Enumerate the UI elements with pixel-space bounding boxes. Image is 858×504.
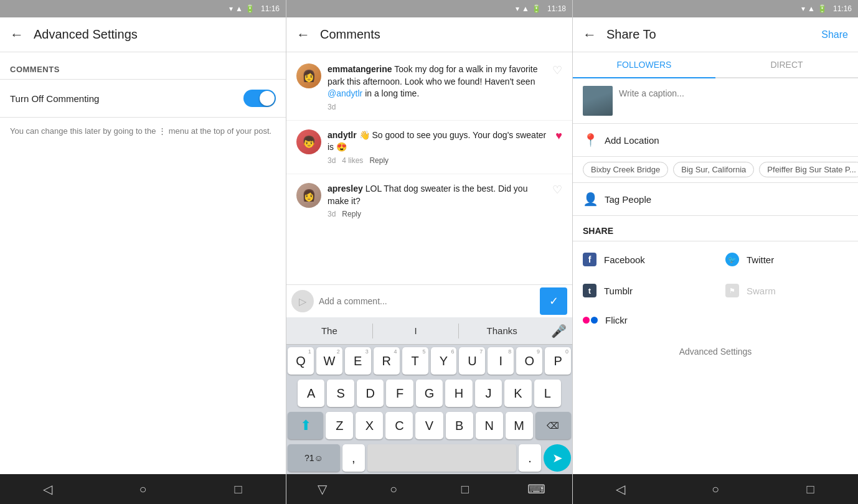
key-g[interactable]: G — [416, 380, 443, 407]
key-y[interactable]: 6Y — [431, 347, 457, 375]
reply-button-3[interactable]: Reply — [342, 210, 361, 218]
key-q[interactable]: 1Q — [288, 347, 314, 375]
time-display-1: 11:16 — [261, 4, 280, 13]
suggestion-the[interactable]: The — [286, 320, 372, 341]
key-l[interactable]: L — [534, 380, 561, 407]
return-key[interactable]: ➤ — [544, 444, 571, 472]
key-o[interactable]: 9O — [516, 347, 542, 375]
facebook-label: Facebook — [604, 254, 645, 265]
key-n[interactable]: N — [476, 412, 503, 439]
chip-bigsur[interactable]: Big Sur, California — [673, 162, 754, 177]
recents-nav-2[interactable]: □ — [453, 477, 478, 502]
key-b[interactable]: B — [446, 412, 473, 439]
caption-input[interactable] — [619, 86, 848, 98]
comment-text-1: emmatangerine Took my dog for a walk in … — [328, 63, 546, 100]
nav-bar-3: ◁ ○ □ — [573, 474, 858, 504]
comment-time-3: 3d — [328, 210, 336, 218]
advanced-settings-link[interactable]: Advanced Settings — [573, 337, 858, 366]
back-button-2[interactable]: ← — [296, 27, 310, 43]
key-p[interactable]: 0P — [545, 347, 571, 375]
space-key[interactable] — [367, 444, 516, 472]
key-z[interactable]: Z — [326, 412, 353, 439]
shift-key[interactable]: ⬆ — [288, 412, 323, 439]
comma-key[interactable]: , — [342, 444, 365, 472]
key-v[interactable]: V — [415, 412, 443, 439]
comment-body-2: andytlr 👋 So good to see you guys. Your … — [328, 129, 549, 165]
checkmark-icon: ✓ — [549, 294, 559, 308]
key-w[interactable]: 2W — [316, 347, 342, 375]
comment-username-2[interactable]: andytlr — [328, 130, 357, 140]
key-d[interactable]: D — [357, 380, 384, 407]
keyboard-nav[interactable]: ⌨ — [524, 477, 549, 502]
comment-time-1: 3d — [328, 103, 336, 111]
send-comment-button[interactable]: ✓ — [540, 287, 567, 315]
back-nav-3[interactable]: ◁ — [608, 477, 633, 502]
share-flickr[interactable]: Flickr — [573, 306, 715, 334]
like-button-2[interactable]: ♥ — [555, 129, 562, 142]
suggestion-thanks[interactable]: Thanks — [459, 320, 545, 341]
add-comment-input[interactable] — [319, 296, 540, 306]
comment-divider-1 — [286, 120, 572, 121]
location-icon: 📍 — [583, 133, 598, 147]
tag-people-row[interactable]: 👤 Tag People — [573, 183, 858, 216]
reply-button-2[interactable]: Reply — [369, 156, 389, 165]
flickr-icon — [583, 317, 598, 324]
mention-andytlr[interactable]: @andytlr — [328, 88, 362, 98]
key-k[interactable]: K — [504, 380, 531, 407]
comment-username-3[interactable]: apresley — [328, 184, 363, 194]
comment-username-1[interactable]: emmatangerine — [328, 64, 392, 74]
share-button[interactable]: Share — [821, 29, 848, 40]
key-h[interactable]: H — [445, 380, 472, 407]
mic-button[interactable]: 🎤 — [545, 324, 572, 338]
share-tumblr[interactable]: t Tumblr — [573, 275, 715, 306]
comment-item-3: 👩 apresley LOL That dog sweater is the b… — [286, 177, 572, 225]
key-i[interactable]: 8I — [488, 347, 514, 375]
key-s[interactable]: S — [327, 380, 354, 407]
key-t[interactable]: 5T — [402, 347, 428, 375]
key-m[interactable]: M — [506, 412, 533, 439]
recents-nav-3[interactable]: □ — [798, 477, 823, 502]
home-nav-2[interactable]: ○ — [381, 477, 406, 502]
key-r[interactable]: 4R — [374, 347, 400, 375]
key-j[interactable]: J — [475, 380, 502, 407]
chip-bixby[interactable]: Bixby Creek Bridge — [583, 162, 668, 177]
like-button-1[interactable]: ♡ — [552, 63, 562, 77]
key-x[interactable]: X — [356, 412, 383, 439]
symbols-key[interactable]: ?1☺ — [288, 444, 340, 472]
facebook-icon: f — [583, 253, 596, 266]
key-e[interactable]: 3E — [345, 347, 371, 375]
back-button-3[interactable]: ← — [583, 27, 596, 43]
key-a[interactable]: A — [298, 380, 324, 407]
tumblr-icon: t — [583, 284, 596, 297]
home-nav-3[interactable]: ○ — [703, 477, 728, 502]
page-title-2: Comments — [320, 27, 562, 42]
share-facebook[interactable]: f Facebook — [573, 244, 715, 275]
key-f[interactable]: F — [386, 380, 413, 407]
avatar-emmatangerine[interactable]: 👩 — [296, 63, 321, 88]
commenting-toggle[interactable] — [243, 90, 276, 107]
back-button-1[interactable]: ← — [10, 27, 24, 43]
share-swarm[interactable]: ⚑ Swarm — [715, 275, 858, 306]
back-nav-1[interactable]: ◁ — [35, 477, 60, 502]
period-key[interactable]: . — [519, 444, 541, 472]
chip-pfeiffer[interactable]: Pfeiffer Big Sur State P... — [759, 162, 858, 177]
top-bar-2: ← Comments — [286, 17, 572, 52]
tag-icon: 👤 — [583, 192, 598, 207]
tab-followers[interactable]: FOLLOWERS — [573, 52, 715, 78]
back-nav-2[interactable]: ▽ — [309, 477, 334, 502]
add-location-row[interactable]: 📍 Add Location — [573, 124, 858, 157]
share-twitter[interactable]: 🐦 Twitter — [715, 244, 858, 275]
key-c[interactable]: C — [385, 412, 413, 439]
like-button-3[interactable]: ♡ — [552, 183, 562, 197]
wifi-icon-3: ▾ — [801, 4, 805, 13]
avatar-andytlr[interactable]: 👦 — [296, 129, 321, 154]
recents-nav-1[interactable]: □ — [226, 477, 251, 502]
home-nav-1[interactable]: ○ — [131, 477, 156, 502]
key-u[interactable]: 7U — [459, 347, 485, 375]
suggestion-i[interactable]: I — [373, 320, 459, 341]
avatar-apresley[interactable]: 👩 — [296, 183, 321, 208]
tag-people-label: Tag People — [605, 194, 651, 205]
backspace-key[interactable]: ⌫ — [535, 412, 571, 439]
tab-direct[interactable]: DIRECT — [715, 52, 858, 78]
keyboard: The I Thanks 🎤 1Q 2W 3E 4R 5T 6Y 7U 8I 9… — [286, 317, 572, 474]
